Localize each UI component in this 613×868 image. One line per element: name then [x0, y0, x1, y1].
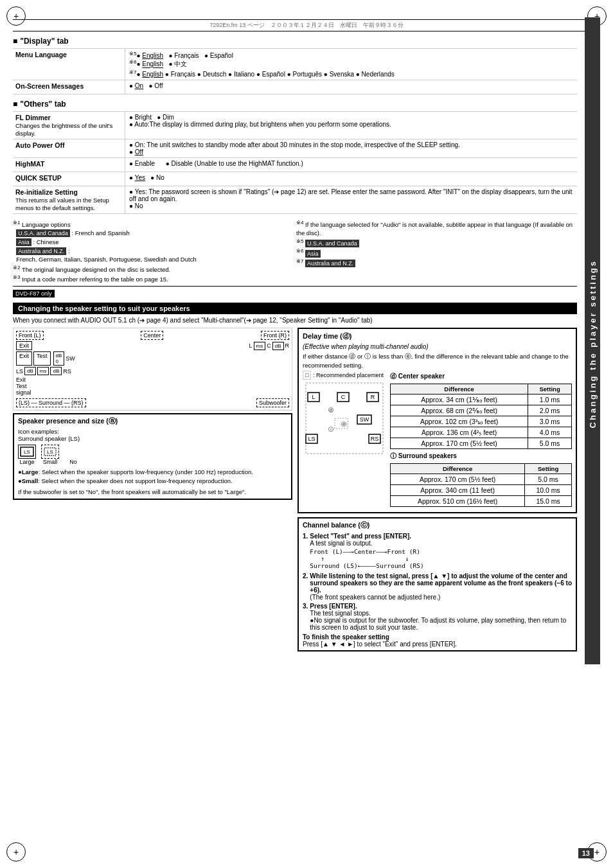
svg-text:RS: RS: [371, 436, 379, 442]
quick-setup-label: QUICK SETUP: [13, 172, 125, 186]
center-setting-4: 4.0 ms: [528, 427, 572, 438]
notes-left: ※1 Language options U.S.A. and Canada : …: [13, 219, 294, 283]
no-icon: [64, 445, 82, 459]
delay-tables: ⓓ Center speaker Difference Setting Appr…: [390, 372, 572, 509]
delay-time-desc: If either distance ⓓ or ⓘ is less than ⓔ…: [303, 352, 572, 369]
on-screen-messages-label: On-Screen Messages: [13, 80, 125, 94]
speaker-diagram: Front (L) Center Front (R) Exit L: [13, 328, 292, 411]
l-channel-controls: L ms C dB R: [249, 342, 289, 350]
exit-test-buttons: Exit Test: [16, 351, 51, 366]
test-signal-controls: LS dB ms dB RS: [16, 367, 71, 375]
step-1-num: 1.: [303, 533, 308, 571]
finish-text: Press [▲ ▼ ◄ ►] to select "Exit" and pre…: [303, 641, 457, 648]
right-column: Delay time (ⓓ) (Effective when playing m…: [298, 328, 577, 651]
ls-db-box: dB: [24, 367, 36, 375]
step-3-bold: Press [ENTER].: [310, 603, 357, 610]
center-row-4: Approx. 136 cm (4²₅ feet) 4.0 ms: [391, 427, 572, 438]
subwoofer-label: Subwoofer: [256, 398, 289, 407]
small-label: Small: [41, 459, 59, 465]
speaker-presence-box: Speaker presence and size (ⓐ) Icon examp…: [13, 413, 292, 500]
header-line: 7292En.fm 13 ページ ２００３年１２月２４日 水曜日 午前９時３６分: [13, 19, 600, 31]
display-settings-block: Menu Language ※5● English ● Français ● E…: [13, 48, 577, 94]
menu-language-label: Menu Language: [13, 49, 125, 80]
surround-table-header: Difference Setting: [391, 464, 572, 474]
quick-setup-row: QUICK SETUP ● Yes ● No: [13, 172, 577, 186]
center-speaker-title: ⓓ Center speaker: [390, 372, 572, 381]
delay-time-box: Delay time (ⓓ) (Effective when playing m…: [298, 328, 577, 513]
surround-row-3: Approx. 510 cm (16½ feet) 15.0 ms: [391, 496, 572, 507]
notes-section: ※1 Language options U.S.A. and Canada : …: [13, 219, 577, 283]
front-r-label: Front (R): [261, 331, 289, 340]
notes-right: ※4 If the language selected for "Audio" …: [296, 219, 577, 283]
auto-power-off-label: Auto Power Off: [13, 139, 125, 157]
highmat-label: HighMAT: [13, 158, 125, 172]
surround-speaker-table: Difference Setting Approx. 170 cm (5½ fe…: [390, 463, 572, 507]
menu-language-row: Menu Language ※5● English ● Français ● E…: [13, 49, 577, 80]
db-sw-controls: dB0 SW: [53, 351, 75, 366]
rs-label-ctrl: RS: [63, 368, 71, 375]
icon-examples-label: Icon examples:: [18, 428, 59, 435]
speaker-top-labels: Front (L) Center Front (R): [16, 331, 289, 340]
finish-section: To finish the speaker setting Press [▲ ▼…: [303, 633, 572, 648]
others-settings-block: FL DimmerChanges the brightness of the u…: [13, 111, 577, 214]
svg-text:ⓓ: ⓓ: [328, 407, 333, 413]
db-box-mid: dB0: [53, 351, 65, 366]
icon-examples-row: LS Large LS: [18, 445, 287, 465]
rs-db-box: dB: [50, 367, 62, 375]
surround-speakers-title: ⓘ Surround speakers: [390, 452, 572, 461]
center-col2-header: Setting: [528, 384, 572, 394]
auto-power-off-value: ● On: The unit switches to standby mode …: [125, 139, 577, 157]
signal-flow-diagram: Front (L)——→Center——→Front (R) ↑ ↓ Surro…: [310, 548, 423, 569]
recommended-label: □ : Recommended placement: [303, 372, 386, 378]
step-1: 1. Select "Test" and press [ENTER]. A te…: [303, 533, 572, 571]
display-tab-section: "Display" tab Menu Language ※5● English …: [13, 37, 577, 94]
surround-row-2: Approx. 340 cm (11 feet) 10.0 ms: [391, 485, 572, 496]
surround-setting-2: 10.0 ms: [525, 485, 572, 496]
step-2-num: 2.: [303, 572, 308, 601]
center-setting-3: 3.0 ms: [528, 416, 572, 427]
others-tab-section: "Others" tab FL DimmerChanges the bright…: [13, 100, 577, 214]
subwoofer-note: If the subwoofer is set to "No", the fro…: [18, 488, 287, 496]
center-col1-header: Difference: [391, 384, 528, 394]
on-screen-messages-value: ● On ● Off: [125, 80, 577, 94]
test-signal-text: Testsignal: [16, 383, 289, 396]
svg-text:L: L: [312, 394, 315, 400]
on-screen-messages-row: On-Screen Messages ● On ● Off: [13, 80, 577, 94]
others-tab-title: "Others" tab: [13, 100, 577, 109]
delay-content: □ : Recommended placement L: [303, 372, 572, 509]
center-row-1: Approx. 34 cm (1⅓₀ feet) 1.0 ms: [391, 394, 572, 405]
quick-setup-value: ● Yes ● No: [125, 172, 577, 186]
center-setting-1: 1.0 ms: [528, 394, 572, 405]
menu-lang-line3: ※7● English ● Français ● Deutsch ● Itali…: [129, 69, 573, 78]
exit-controls: Exit: [16, 341, 32, 350]
no-icon-box: No: [64, 445, 82, 465]
large-desc: ●Large: Select when the speaker supports…: [18, 468, 287, 485]
channel-balance-title: Channel balance (ⓒ): [303, 521, 572, 530]
exit-button[interactable]: Exit: [16, 351, 32, 366]
small-icon-box: LS Small: [41, 445, 59, 465]
step-2-text: (The front speakers cannot be adjusted h…: [310, 594, 440, 601]
step-2-content: While listening to the test signal, pres…: [310, 572, 572, 601]
svg-text:C: C: [341, 394, 346, 400]
step-3-content: Press [ENTER]. The test signal stops. ●N…: [310, 603, 572, 631]
dvd-only-badge: DVD-F87 only: [13, 289, 577, 300]
channel-balance-box: Channel balance (ⓒ) 1. Select "Test" and…: [298, 517, 577, 651]
ls-ms-box: ms: [37, 367, 49, 375]
ls-label-bottom: (LS) — Surround — (RS): [16, 398, 86, 407]
finish-title: To finish the speaker setting: [303, 633, 389, 641]
surround-col1-header: Difference: [391, 464, 525, 474]
recommended-box: □: [303, 371, 311, 380]
center-setting-2: 2.0 ms: [528, 405, 572, 416]
speaker-section-title: Changing the speaker setting to suit you…: [13, 303, 577, 314]
delay-time-title: Delay time (ⓓ): [303, 332, 572, 341]
svg-text:ⓔ: ⓔ: [341, 421, 346, 427]
surround-setting-1: 5.0 ms: [525, 474, 572, 485]
menu-lang-line1: ※5● English ● Français ● Español: [129, 51, 573, 59]
center-table-header: Difference Setting: [391, 384, 572, 394]
right-sidebar: Changing the player settings: [585, 17, 600, 664]
test-button[interactable]: Test: [33, 351, 51, 366]
front-l-label: Front (L): [16, 331, 44, 340]
sw-label: SW: [66, 355, 75, 362]
center-setting-5: 5.0 ms: [528, 438, 572, 449]
left-column: Front (L) Center Front (R) Exit L: [13, 328, 292, 651]
